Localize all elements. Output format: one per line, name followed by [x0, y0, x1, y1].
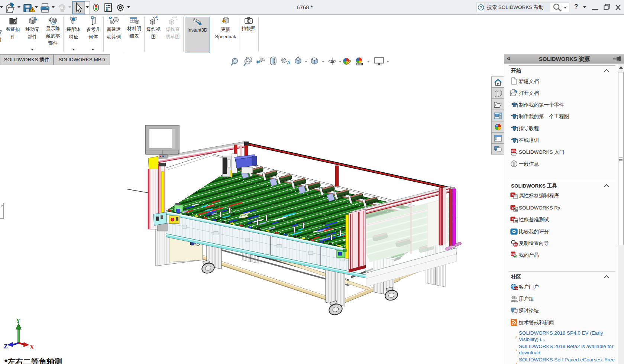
- svg-text:X: X: [30, 344, 34, 350]
- svg-text:SW: SW: [514, 243, 518, 246]
- svg-text:Y: Y: [16, 318, 20, 324]
- svg-text:SW: SW: [514, 287, 518, 290]
- svg-text:SW: SW: [511, 150, 516, 153]
- svg-text:?: ?: [480, 5, 482, 10]
- svg-text:A: A: [287, 60, 291, 65]
- svg-text:Z: Z: [4, 343, 8, 350]
- svg-text:Rx: Rx: [514, 208, 518, 211]
- svg-text:Rx: Rx: [514, 219, 518, 223]
